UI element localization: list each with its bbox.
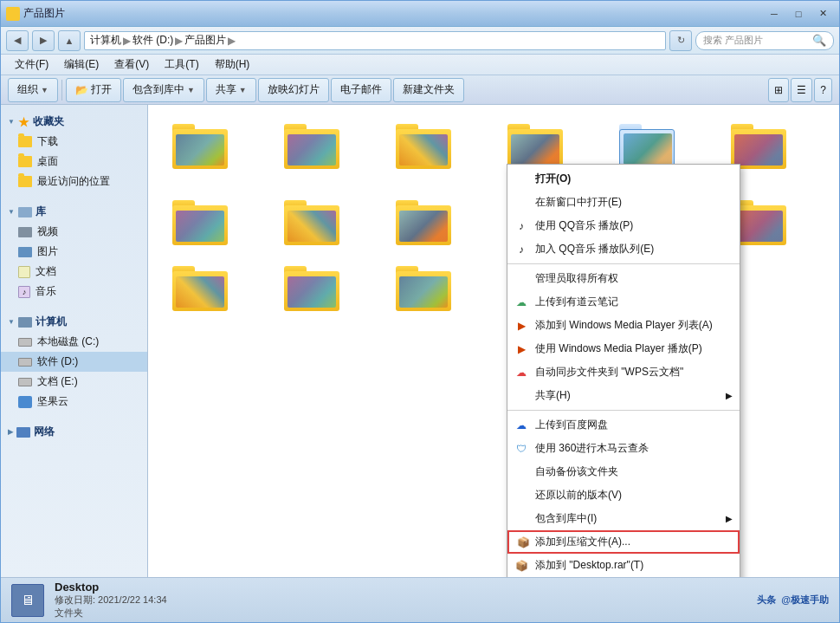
- d-drive-label: 软件 (D:): [37, 354, 78, 369]
- context-menu: 打开(O) 在新窗口中打开(E) ♪ 使用 QQ音乐 播放(P) ♪ 加入 QQ…: [507, 164, 740, 577]
- folder-icon: [172, 266, 228, 311]
- ctx-library-label: 包含到库中(I): [535, 511, 597, 526]
- ctx-youdao-label: 上传到有道云笔记: [535, 295, 618, 309]
- ctx-restore-previous[interactable]: 还原以前的版本(V): [507, 483, 740, 507]
- refresh-button[interactable]: ↻: [669, 30, 692, 51]
- path-part-3: 产品图片: [184, 33, 226, 48]
- list-item[interactable]: [385, 119, 462, 188]
- ctx-wmp-add-list[interactable]: ▶ 添加到 Windows Media Player 列表(A): [507, 314, 740, 337]
- search-icon: 🔍: [812, 34, 826, 47]
- list-item[interactable]: [385, 195, 462, 254]
- ctx-qq-music-queue[interactable]: ♪ 加入 QQ音乐 播放队列(E): [507, 237, 740, 261]
- list-item[interactable]: [162, 261, 238, 320]
- sidebar-library-section: ▼ 库 视频 图片 文档 ♪ 音乐: [1, 202, 147, 302]
- menu-tools[interactable]: 工具(T): [158, 55, 205, 74]
- up-button[interactable]: ▲: [58, 30, 81, 51]
- sidebar-item-c-drive[interactable]: 本地磁盘 (C:): [1, 332, 147, 352]
- sidebar-computer-section: ▼ 计算机 本地磁盘 (C:) 软件 (D:) 文档 (E:): [1, 312, 147, 412]
- status-file-name: Desktop: [55, 581, 746, 594]
- ctx-baidu-icon: ☁: [514, 419, 528, 432]
- toolbar: 组织 ▼ 📂 打开 包含到库中 ▼ 共享 ▼ 放映幻灯片 电子邮件 新建文件夹 …: [1, 75, 839, 105]
- toolbar-open[interactable]: 📂 打开: [66, 78, 121, 102]
- main-content: ▼ ★ 收藏夹 下载 桌面 最近访问的位置: [1, 105, 839, 577]
- view-toggle[interactable]: ⊞: [768, 78, 789, 102]
- close-button[interactable]: ✕: [811, 5, 834, 23]
- sidebar-favorites-header[interactable]: ▼ ★ 收藏夹: [1, 112, 147, 132]
- ctx-360-scan[interactable]: 🛡 使用 360进行木马云查杀: [507, 437, 740, 460]
- menu-view[interactable]: 查看(V): [107, 55, 156, 74]
- toolbar-email[interactable]: 电子邮件: [331, 78, 391, 102]
- toolbar-organize[interactable]: 组织 ▼: [8, 78, 58, 102]
- sidebar-item-d-drive[interactable]: 软件 (D:): [1, 352, 147, 372]
- ctx-wps-sync[interactable]: ☁ 自动同步文件夹到 "WPS云文档": [507, 360, 740, 384]
- ctx-auto-backup[interactable]: 自动备份该文件夹: [507, 460, 740, 483]
- documents-label: 文档: [36, 264, 56, 279]
- ctx-include-library[interactable]: 包含到库中(I) ▶: [507, 507, 740, 530]
- ctx-share-icon: [514, 389, 528, 403]
- path-part-1: 计算机: [90, 33, 121, 48]
- sidebar-item-recent[interactable]: 最近访问的位置: [1, 172, 147, 191]
- sidebar-item-desktop[interactable]: 桌面: [1, 152, 147, 172]
- ctx-backup-icon: [514, 465, 528, 479]
- sidebar-item-jianguoyun[interactable]: 坚果云: [1, 392, 147, 412]
- maximize-button[interactable]: □: [787, 5, 810, 23]
- address-path[interactable]: 计算机 ▶ 软件 (D:) ▶ 产品图片 ▶: [84, 31, 666, 50]
- list-item[interactable]: [274, 195, 350, 254]
- ctx-qq-music-queue-icon: ♪: [514, 243, 528, 256]
- sidebar-favorites-section: ▼ ★ 收藏夹 下载 桌面 最近访问的位置: [1, 112, 147, 191]
- file-area: Desktop: [148, 105, 839, 577]
- ctx-add-to-archive[interactable]: 📦 添加到压缩文件(A)...: [507, 530, 740, 554]
- ctx-library-icon: [514, 512, 528, 526]
- ctx-baidu-upload[interactable]: ☁ 上传到百度网盘: [507, 413, 740, 437]
- ctx-rar-icon: 📦: [514, 559, 528, 573]
- forward-button[interactable]: ▶: [32, 30, 55, 51]
- computer-label: 计算机: [36, 315, 67, 329]
- ctx-wps-icon: ☁: [514, 366, 528, 380]
- toolbar-new-folder[interactable]: 新建文件夹: [393, 78, 464, 102]
- network-arrow-icon: ▶: [8, 428, 13, 436]
- sidebar-item-music[interactable]: ♪ 音乐: [1, 282, 147, 302]
- list-item[interactable]: [274, 119, 350, 188]
- search-box[interactable]: 搜索 产品图片 🔍: [695, 31, 834, 50]
- video-icon: [18, 227, 32, 237]
- list-item[interactable]: [274, 261, 350, 320]
- desktop-label: 桌面: [37, 154, 58, 169]
- list-item[interactable]: [162, 119, 238, 188]
- sidebar-item-documents[interactable]: 文档: [1, 262, 147, 282]
- status-modified: 修改日期: 2021/2/22 14:34: [55, 594, 746, 607]
- view-details-toggle[interactable]: ☰: [791, 78, 812, 102]
- help-button[interactable]: ?: [814, 78, 832, 102]
- ctx-rar-label: 添加到 "Desktop.rar"(T): [535, 558, 643, 573]
- sidebar-library-header[interactable]: ▼ 库: [1, 202, 147, 222]
- list-item[interactable]: [385, 261, 462, 320]
- menu-help[interactable]: 帮助(H): [208, 55, 257, 74]
- menu-edit[interactable]: 编辑(E): [57, 55, 106, 74]
- ctx-open[interactable]: 打开(O): [507, 167, 740, 191]
- back-button[interactable]: ◀: [6, 30, 29, 51]
- desktop-folder-icon: [18, 156, 32, 167]
- menu-file[interactable]: 文件(F): [8, 55, 55, 74]
- sidebar-computer-header[interactable]: ▼ 计算机: [1, 312, 147, 332]
- toolbar-share[interactable]: 共享 ▼: [206, 78, 256, 102]
- ctx-share[interactable]: 共享(H) ▶: [507, 384, 740, 407]
- ctx-admin-ownership[interactable]: 管理员取得所有权: [507, 267, 740, 290]
- jianguoyun-label: 坚果云: [37, 394, 68, 409]
- ctx-add-to-desktop-rar[interactable]: 📦 添加到 "Desktop.rar"(T): [507, 554, 740, 577]
- ctx-qq-music-play[interactable]: ♪ 使用 QQ音乐 播放(P): [507, 214, 740, 237]
- sidebar-item-download[interactable]: 下载: [1, 132, 147, 152]
- sidebar-network-header[interactable]: ▶ 网络: [1, 422, 147, 442]
- sidebar-item-e-drive[interactable]: 文档 (E:): [1, 372, 147, 392]
- ctx-youdao-upload[interactable]: ☁ 上传到有道云笔记: [507, 290, 740, 314]
- ctx-wmp-play[interactable]: ▶ 使用 Windows Media Player 播放(P): [507, 337, 740, 360]
- sidebar-item-video[interactable]: 视频: [1, 222, 147, 242]
- toolbar-include-library[interactable]: 包含到库中 ▼: [123, 78, 204, 102]
- ctx-open-new-window[interactable]: 在新窗口中打开(E): [507, 191, 740, 214]
- ctx-wmp-list-icon: ▶: [514, 319, 528, 333]
- minimize-button[interactable]: ─: [763, 5, 785, 23]
- download-label: 下载: [37, 134, 58, 149]
- recent-folder-icon: [18, 176, 32, 187]
- sidebar-item-pictures[interactable]: 图片: [1, 242, 147, 262]
- list-item[interactable]: [162, 195, 238, 254]
- ctx-admin-label: 管理员取得所有权: [535, 271, 618, 286]
- toolbar-slideshow[interactable]: 放映幻灯片: [258, 78, 329, 102]
